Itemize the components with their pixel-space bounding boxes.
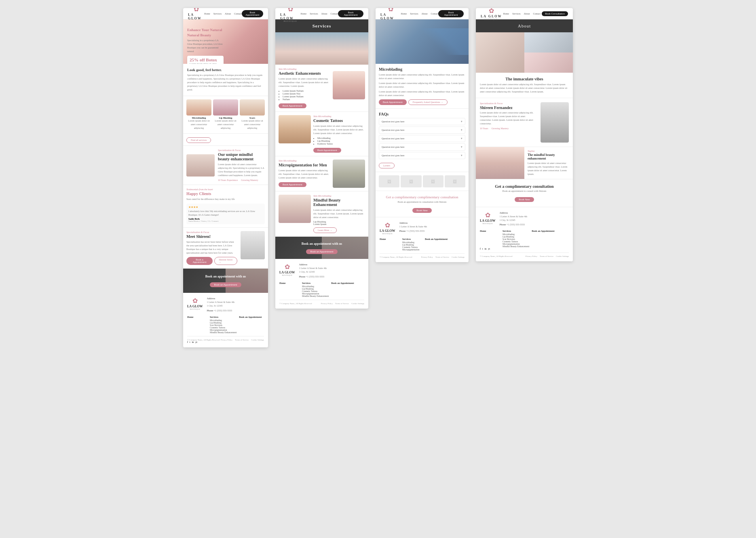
cta-book-btn[interactable]: Book an Appointment	[210, 282, 241, 287]
mbe-tag: Skin Microblading	[313, 195, 365, 197]
mb-terms[interactable]: Terms of Service	[435, 256, 449, 258]
page-about: ✿ LA GLOW BOUTIQUE Home Services About C…	[476, 8, 573, 261]
facebook-icon[interactable]: f	[187, 341, 188, 343]
s-cookies-link[interactable]: Cookie Settings	[351, 303, 364, 305]
mbnav-contact[interactable]: Contact	[431, 13, 438, 15]
anav-services[interactable]: Services	[512, 13, 520, 15]
mindful-title: Our unique mindful beauty enhancement	[218, 152, 265, 161]
mindful-tag: Specialization & Focus	[218, 149, 265, 151]
mb-privacy[interactable]: Privacy Policy	[421, 256, 433, 258]
faq-item-2[interactable]: Question text goes here ▾	[379, 126, 465, 134]
home-hero: Enhance Your Natural Natural Beauty Spec…	[183, 19, 268, 64]
footer-col-home: Home	[187, 316, 207, 334]
consult-book-btn[interactable]: Book Now	[412, 208, 431, 213]
a-twitter-icon[interactable]: t	[482, 248, 483, 250]
twitter-icon[interactable]: t	[190, 341, 190, 343]
a-facebook-icon[interactable]: f	[480, 248, 481, 250]
services-hero-image	[275, 32, 368, 65]
footer-links: Privacy Policy Terms of Service Cookie S…	[221, 339, 264, 341]
faq-q5: Question text goes here	[382, 154, 404, 157]
book-appt-btn[interactable]: Book a Appointment	[186, 257, 213, 265]
anav-home[interactable]: Home	[503, 13, 509, 15]
services-appt-banner: Book an appointment with us Book an Appo…	[275, 237, 368, 259]
anav-about[interactable]: About	[524, 13, 530, 15]
discount-badge: 25% off Botox Lorem ipsum dolor sit amet…	[187, 56, 224, 64]
mbnav-services[interactable]: Services	[410, 13, 418, 15]
mfm-book-btn[interactable]: Book Appointment	[279, 182, 306, 187]
faq-q1: Question text goes here	[382, 120, 404, 123]
faq-item-3[interactable]: Question text goes here ▾	[379, 135, 465, 142]
mb-book-btn[interactable]: Book Appointment	[438, 10, 464, 17]
nav-link-home[interactable]: Home	[204, 13, 210, 15]
ct-book-btn[interactable]: Book Appointment	[313, 148, 341, 153]
snav-contact[interactable]: Contact	[330, 13, 338, 15]
clients-tag: Testimonials from the heart	[186, 188, 265, 191]
faq-section: FAQs Question text goes here ▾ Question …	[376, 109, 469, 172]
logo-name: LA GLOW	[188, 13, 204, 20]
snav-about[interactable]: About	[321, 13, 327, 15]
snav-home[interactable]: Home	[300, 13, 306, 15]
anav-contact[interactable]: Contact	[533, 13, 541, 15]
mbe-learn-btn[interactable]: Learn More →	[313, 227, 337, 233]
about-consult-btn[interactable]: Book Now	[515, 197, 534, 202]
mfm-image	[333, 160, 365, 188]
services-book-btn[interactable]: Book Appointment	[338, 10, 363, 17]
mb-faq-link[interactable]: Frequently Asked Questions →	[408, 99, 448, 105]
nav-link-contact[interactable]: Contact	[234, 13, 242, 15]
shireen-link[interactable]: Shireen Street →	[214, 257, 237, 265]
faq-item-4[interactable]: Question text goes here ▾	[379, 143, 465, 151]
about-consult-section: Get a complimentary consultation Book an…	[476, 179, 573, 207]
lotus-icon: ✿	[194, 8, 199, 13]
nav-link-about[interactable]: About	[225, 13, 231, 15]
mb-book-appt-btn[interactable]: Book Appointment	[379, 99, 407, 105]
mbnav-about[interactable]: About	[421, 13, 427, 15]
mfm-content: Skin Microblading Micropigmentation for …	[279, 160, 365, 188]
mb-nav-links: Home Services About Contact	[401, 13, 438, 15]
about-book-btn[interactable]: Book Consultation	[542, 11, 568, 16]
home-cta-banner: Book an appointment with us Book an Appo…	[183, 269, 268, 293]
mb-cookies[interactable]: Cookie Settings	[452, 256, 465, 258]
faq-item-5[interactable]: Question text goes here ▾	[379, 152, 465, 159]
s-terms-link[interactable]: Terms of Service	[335, 303, 349, 305]
nav-link-services[interactable]: Services	[213, 13, 222, 15]
review-stars: ★★★★	[188, 206, 263, 209]
gallery-item-1: 🖼	[379, 175, 399, 187]
footer-bottom: © Company Name, All Rights Reserved Priv…	[187, 339, 264, 341]
shireen-name: Shireen Fernandez	[480, 105, 537, 110]
faq-item-1[interactable]: Question text goes here ▾	[379, 118, 465, 125]
mb-title: Microblading	[379, 67, 465, 71]
cta-text: Book an appointment with us Book an Appo…	[205, 275, 246, 287]
faq-more-btn[interactable]: Lorem	[379, 163, 395, 168]
home-book-btn[interactable]: Book Appointment	[242, 10, 263, 17]
nav-home: ✿ LA GLOW BOUTIQUE Home Services About C…	[183, 8, 268, 19]
sfooter-cols: Home Services Microblading Lip Blushing …	[279, 282, 364, 297]
ct-item: Microblading	[317, 137, 365, 139]
terms-link[interactable]: Terms of Service	[235, 339, 249, 341]
mindful-stats: 10 Years Experience Growing Mastery	[218, 179, 265, 181]
privacy-link[interactable]: Privacy Policy	[221, 339, 232, 341]
nav-about: ✿ LA GLOW BOUTIQUE Home Services About C…	[476, 8, 573, 19]
s-privacy-link[interactable]: Privacy Policy	[321, 303, 333, 305]
ae-tag: Skin Microblading	[279, 68, 365, 70]
a-privacy[interactable]: Privacy Policy	[526, 255, 537, 257]
youtube-icon[interactable]: yt	[195, 341, 197, 343]
cosmetic-tattoos-section: Skin Microblading Cosmetic Tattoos Lorem…	[275, 112, 368, 156]
find-all-services-btn[interactable]: Find all services	[186, 137, 211, 143]
image-placeholder-icon-4: 🖼	[453, 179, 457, 184]
mbnav-home[interactable]: Home	[401, 13, 407, 15]
stat2: Growing Mastery	[241, 179, 258, 181]
a-cookies[interactable]: Cookie Settings	[556, 255, 569, 257]
appt-book-btn[interactable]: Book an Appointment	[306, 249, 337, 254]
ae-title: Aesthetic Enhancements	[279, 71, 330, 76]
cookies-link[interactable]: Cookie Settings	[251, 339, 264, 341]
about-page-header: About	[476, 19, 573, 32]
ae-book-btn[interactable]: Book Appointment	[279, 103, 306, 108]
a-terms[interactable]: Terms of Service	[540, 255, 553, 257]
instagram-icon[interactable]: in	[192, 341, 194, 343]
snav-services[interactable]: Services	[310, 13, 318, 15]
a-instagram-icon[interactable]: in	[485, 248, 487, 250]
a-youtube-icon[interactable]: yt	[488, 248, 490, 250]
footer-cols: Home Services Microblading Lip Blushing …	[187, 316, 264, 334]
feel-good-body: Specializing in a proprietary LA Glow Bo…	[187, 74, 264, 92]
page-home: ✿ LA GLOW BOUTIQUE Home Services About C…	[183, 8, 268, 347]
